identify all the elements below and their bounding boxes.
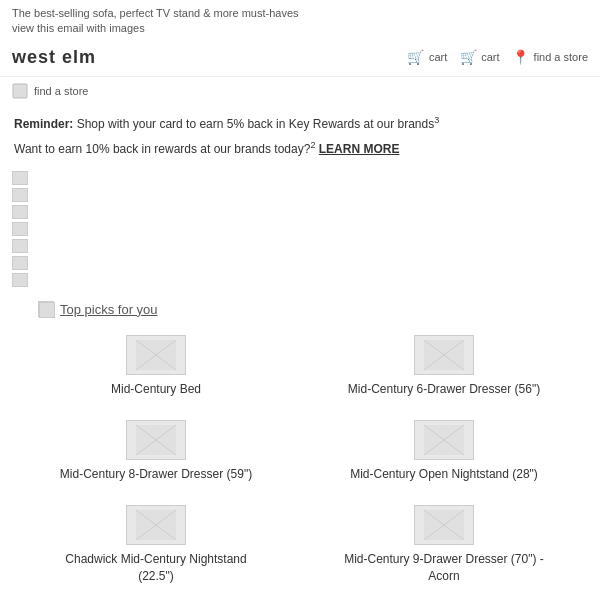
product-cell-0[interactable]: Mid-Century Bed [12,327,300,412]
store-symbol-header: 📍 [512,48,530,66]
section-title-area: Top picks for you [0,291,600,327]
product-cell-3[interactable]: Mid-Century Open Nightstand (28") [300,412,588,497]
header-icons: 🛒 cart 🛒 cart 📍 find a store [407,48,588,66]
cart-icon-2[interactable]: 🛒 cart [459,48,499,66]
reminder-sup2: 2 [310,140,315,150]
product-img-4 [126,505,186,545]
find-store-header-label: find a store [534,51,588,63]
cart-label-1: cart [429,51,447,63]
stack-img-4 [12,222,28,236]
product-name-0: Mid-Century Bed [111,381,201,398]
product-name-3: Mid-Century Open Nightstand (28") [350,466,538,483]
product-cell-2[interactable]: Mid-Century 8-Drawer Dresser (59") [12,412,300,497]
find-store-row[interactable]: find a store [0,77,600,105]
svg-rect-1 [39,302,55,318]
product-cell-1[interactable]: Mid-Century 6-Drawer Dresser (56") [300,327,588,412]
stack-img-2 [12,188,28,202]
products-grid: Mid-Century Bed Mid-Century 6-Drawer Dre… [0,327,600,598]
reminder-sup1: 3 [434,115,439,125]
reminder-bold: Reminder: [14,117,73,131]
cart-symbol-1: 🛒 [407,48,425,66]
stack-img-3 [12,205,28,219]
stack-img-5 [12,239,28,253]
top-banner: The best-selling sofa, perfect TV stand … [0,0,600,39]
product-name-2: Mid-Century 8-Drawer Dresser (59") [60,466,252,483]
store-icon [12,83,28,99]
reminder-block: Reminder: Shop with your card to earn 5%… [0,105,600,167]
reminder-line2: Want to earn 10% back in rewards at our … [14,142,310,156]
product-img-2 [126,420,186,460]
image-stack [0,167,600,291]
product-name-4: Chadwick Mid-Century Nightstand (22.5") [46,551,266,585]
banner-link2[interactable]: view this email with images [12,22,145,34]
cart-symbol-2: 🛒 [459,48,477,66]
cart-label-2: cart [481,51,499,63]
banner-link1[interactable]: The best-selling sofa, perfect TV stand … [12,7,299,19]
svg-rect-0 [13,84,27,98]
stack-img-1 [12,171,28,185]
product-cell-5[interactable]: Mid-Century 9-Drawer Dresser (70") - Aco… [300,497,588,599]
stack-img-6 [12,256,28,270]
product-img-0 [126,335,186,375]
product-cell-4[interactable]: Chadwick Mid-Century Nightstand (22.5") [12,497,300,599]
top-picks-icon [38,301,54,317]
find-store-label: find a store [34,85,88,97]
reminder-text: Shop with your card to earn 5% back in K… [73,117,434,131]
top-picks-heading[interactable]: Top picks for you [38,301,158,317]
stack-img-7 [12,273,28,287]
product-img-5 [414,505,474,545]
product-name-1: Mid-Century 6-Drawer Dresser (56") [348,381,540,398]
header: west elm 🛒 cart 🛒 cart 📍 find a store [0,39,600,77]
logo[interactable]: west elm [12,47,96,68]
learn-more-button[interactable]: LEARN MORE [319,142,400,156]
product-name-5: Mid-Century 9-Drawer Dresser (70") - Aco… [334,551,554,585]
product-img-1 [414,335,474,375]
product-img-3 [414,420,474,460]
top-picks-label: Top picks for you [60,302,158,317]
cart-icon-1[interactable]: 🛒 cart [407,48,447,66]
find-store-header[interactable]: 📍 find a store [512,48,588,66]
